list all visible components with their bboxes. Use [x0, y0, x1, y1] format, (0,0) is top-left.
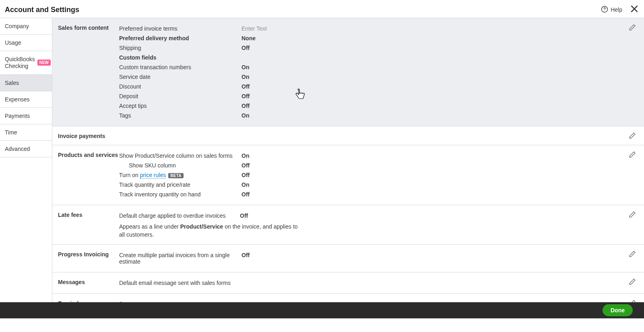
- late-fees-description: Appears as a line under Product/Service …: [119, 221, 304, 239]
- sidebar-item-time[interactable]: Time: [0, 124, 52, 141]
- sidebar-item-usage[interactable]: Usage: [0, 35, 52, 51]
- help-label: Help: [611, 6, 622, 13]
- dialog-body: Company Usage QuickBooks Checking NEW Sa…: [0, 18, 644, 332]
- edit-invoice-payments-button[interactable]: [629, 132, 636, 141]
- row-service-date: Service date On: [119, 72, 634, 82]
- row-preferred-delivery-method: Preferred delivery method None: [119, 33, 634, 43]
- section-sales-form-content[interactable]: Sales form content Preferred invoice ter…: [52, 18, 644, 126]
- help-icon: [601, 6, 608, 14]
- close-button[interactable]: [630, 4, 639, 15]
- row-shipping: Shipping Off: [119, 43, 634, 53]
- section-label: Late fees: [58, 211, 119, 239]
- row-show-sku: Show SKU column Off: [119, 161, 634, 170]
- page-title: Account and Settings: [5, 6, 79, 14]
- done-button[interactable]: Done: [603, 304, 633, 316]
- help-button[interactable]: Help: [601, 6, 622, 14]
- section-label: Invoice payments: [58, 132, 119, 139]
- svg-point-1: [605, 10, 605, 11]
- row-custom-txn-numbers: Custom transaction numbers On: [119, 62, 634, 72]
- row-progress-invoicing: Create multiple partial invoices from a …: [119, 250, 634, 266]
- main-scroll-area[interactable]: Sales form content Preferred invoice ter…: [52, 18, 644, 332]
- edit-late-fees-button[interactable]: [629, 211, 636, 220]
- section-label: Messages: [58, 278, 119, 288]
- section-products-services[interactable]: Products and services Show Product/Servi…: [52, 145, 644, 205]
- dialog-footer: Done: [0, 302, 644, 318]
- price-rules-link[interactable]: price rules: [140, 172, 166, 179]
- sidebar-item-company[interactable]: Company: [0, 18, 52, 35]
- row-price-rules: Turn on price rulesBETA Off: [119, 170, 634, 180]
- sidebar-item-quickbooks-checking[interactable]: QuickBooks Checking NEW: [0, 51, 52, 75]
- section-label: Progress Invoicing: [58, 250, 119, 266]
- row-track-qty-rate: Track quantity and price/rate On: [119, 180, 634, 190]
- sidebar-item-sales[interactable]: Sales: [0, 75, 52, 91]
- row-track-inventory: Track inventory quantity on hand Off: [119, 190, 634, 199]
- taskbar-placeholder: [0, 318, 644, 332]
- edit-progress-invoicing-button[interactable]: [629, 250, 636, 259]
- sidebar-item-payments[interactable]: Payments: [0, 108, 52, 124]
- sidebar: Company Usage QuickBooks Checking NEW Sa…: [0, 18, 52, 332]
- section-invoice-payments[interactable]: Invoice payments: [52, 126, 644, 145]
- row-deposit: Deposit Off: [119, 91, 634, 101]
- section-messages[interactable]: Messages Default email message sent with…: [52, 272, 644, 294]
- edit-messages-button[interactable]: [629, 278, 636, 287]
- section-progress-invoicing[interactable]: Progress Invoicing Create multiple parti…: [52, 245, 644, 272]
- edit-products-services-button[interactable]: [629, 151, 636, 160]
- new-badge: NEW: [37, 60, 51, 66]
- row-accept-tips: Accept tips Off: [119, 101, 634, 111]
- row-discount: Discount Off: [119, 82, 634, 91]
- section-label: Products and services: [58, 151, 119, 199]
- row-messages-default: Default email message sent with sales fo…: [119, 278, 634, 288]
- sidebar-item-advanced[interactable]: Advanced: [0, 141, 52, 157]
- dialog-header: Account and Settings Help: [0, 0, 644, 18]
- row-default-charge: Default charge applied to overdue invoic…: [119, 211, 634, 221]
- beta-badge: BETA: [168, 173, 184, 178]
- row-preferred-invoice-terms: Preferred invoice terms Enter Text: [119, 24, 634, 33]
- section-label: Sales form content: [58, 24, 119, 120]
- row-tags: Tags On: [119, 111, 634, 120]
- section-late-fees[interactable]: Late fees Default charge applied to over…: [52, 205, 644, 245]
- sidebar-item-expenses[interactable]: Expenses: [0, 91, 52, 108]
- edit-sales-form-content-button[interactable]: [629, 24, 636, 33]
- row-show-ps-column: Show Product/Service column on sales for…: [119, 151, 634, 161]
- row-custom-fields: Custom fields: [119, 53, 634, 62]
